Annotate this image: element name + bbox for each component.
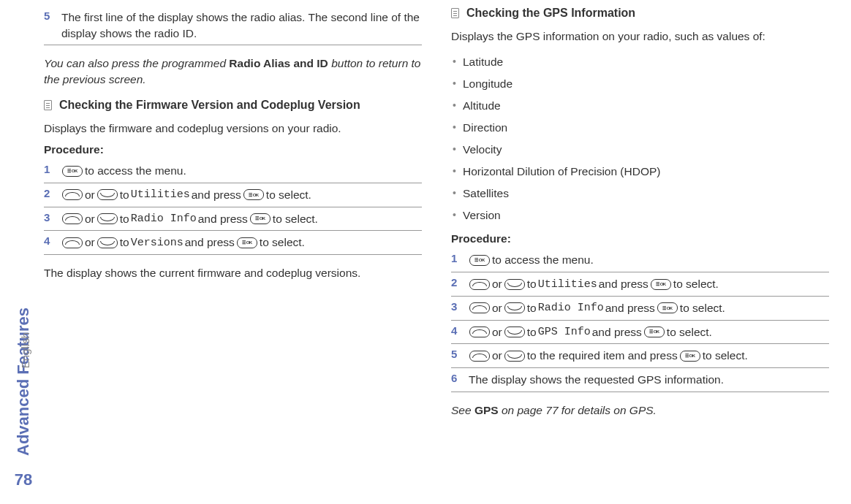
step-row: 5 or to the required item and press to s… — [451, 344, 829, 368]
ok-button-icon — [680, 351, 700, 362]
procedure-label: Procedure: — [451, 232, 829, 245]
menu-item: GPS Info — [538, 324, 591, 340]
up-button-icon — [469, 327, 490, 337]
step-text: or to Utilities and press to select. — [469, 276, 719, 292]
txt: or — [85, 187, 95, 203]
step-number: 2 — [44, 187, 54, 199]
list-item: Satellites — [451, 183, 829, 205]
intro-text: Displays the firmware and codeplug versi… — [44, 121, 422, 137]
txt: to — [527, 276, 537, 292]
txt: to the required item and press — [527, 348, 678, 364]
page-number: 78 — [15, 470, 32, 489]
up-button-icon — [469, 279, 490, 290]
step-text: to access the menu. — [469, 252, 594, 268]
section-header: Checking the Firmware Version and Codepl… — [44, 98, 422, 113]
down-button-icon — [97, 189, 118, 200]
step-row: 1 to access the menu. — [451, 248, 829, 272]
txt: and press — [185, 234, 235, 251]
step-row: 6 The display shows the requested GPS in… — [451, 368, 829, 392]
footnote-post: on page 77 for details on GPS. — [499, 404, 657, 416]
ok-button-icon — [657, 302, 678, 313]
result-text: The display shows the current firmware a… — [44, 265, 422, 281]
txt: and press — [198, 211, 248, 227]
ok-button-icon — [62, 166, 83, 177]
txt: to — [527, 300, 537, 316]
ok-button-icon — [651, 279, 671, 290]
procedure-steps: 1 to access the menu. 2 or to Utilities … — [44, 159, 422, 255]
procedure-label: Procedure: — [44, 143, 422, 156]
step-text: The first line of the display shows the … — [61, 9, 422, 41]
step-text: or to Radio Info and press to select. — [469, 300, 725, 316]
document-icon — [44, 100, 52, 110]
note-bold: Radio Alias and ID — [229, 57, 328, 69]
txt: to access the menu. — [85, 163, 186, 179]
txt: or — [85, 211, 95, 227]
document-icon — [451, 8, 459, 18]
list-item: Velocity — [451, 139, 829, 161]
sidebar: Advanced Features 78 — [9, 0, 38, 504]
bullet-list: Latitude Longitude Altitude Direction Ve… — [451, 51, 829, 226]
txt: and press — [605, 300, 655, 316]
list-item: Direction — [451, 117, 829, 139]
step-text: or to Versions and press to select. — [61, 234, 305, 251]
ok-button-icon — [469, 255, 490, 266]
list-item: Latitude — [451, 51, 829, 73]
down-button-icon — [97, 237, 118, 248]
list-item: Version — [451, 205, 829, 226]
step-number: 3 — [451, 300, 461, 313]
step-text: or to Utilities and press to select. — [61, 187, 311, 203]
txt: or — [492, 300, 502, 316]
step-text: or to the required item and press to sel… — [469, 348, 748, 364]
txt: and press — [192, 187, 241, 203]
menu-item: Utilities — [131, 187, 190, 202]
down-button-icon — [504, 302, 525, 313]
step-row: 3 or to Radio Info and press to select. — [44, 207, 422, 232]
step-number: 2 — [451, 276, 461, 289]
step-number: 1 — [44, 163, 54, 175]
down-button-icon — [504, 279, 525, 290]
txt: or — [492, 348, 502, 364]
txt: to — [120, 234, 129, 251]
step-row: 2 or to Utilities and press to select. — [44, 183, 422, 207]
step-number: 1 — [451, 252, 461, 264]
section-title: Checking the GPS Information — [466, 6, 635, 21]
down-button-icon — [504, 327, 525, 337]
txt: to select. — [673, 276, 719, 292]
txt: to select. — [260, 234, 305, 251]
step-number: 4 — [44, 234, 54, 247]
section-title: Checking the Firmware Version and Codepl… — [59, 98, 360, 113]
step-row: 2 or to Utilities and press to select. — [451, 272, 829, 297]
ok-button-icon — [644, 327, 665, 337]
footnote: See GPS on page 77 for details on GPS. — [451, 402, 829, 419]
step-row: 4 or to GPS Info and press to select. — [451, 321, 829, 345]
txt: to access the menu. — [492, 252, 594, 268]
procedure-steps: 1 to access the menu. 2 or to Utilities … — [451, 248, 829, 392]
list-item: Horizontal Dilution of Precision (HDOP) — [451, 161, 829, 183]
note-text: You can also press the programmed Radio … — [44, 56, 422, 87]
ok-button-icon — [243, 189, 264, 200]
language-label: English — [19, 332, 31, 368]
footnote-pre: See — [451, 404, 474, 416]
menu-item: Utilities — [538, 277, 597, 292]
txt: to select. — [703, 348, 748, 364]
list-item: Longitude — [451, 73, 829, 95]
down-button-icon — [97, 213, 118, 224]
section-header: Checking the GPS Information — [451, 6, 829, 21]
step-row: 1 to access the menu. — [44, 159, 422, 183]
step-number: 5 — [451, 348, 461, 360]
txt: or — [85, 234, 95, 251]
ok-button-icon — [237, 237, 257, 248]
step-row: 5 The first line of the display shows th… — [44, 6, 422, 45]
txt: or — [492, 276, 502, 292]
left-column: 5 The first line of the display shows th… — [44, 6, 422, 428]
txt: to select. — [680, 300, 725, 316]
menu-item: Radio Info — [131, 211, 197, 226]
list-item: Altitude — [451, 95, 829, 117]
step-number: 3 — [44, 211, 54, 224]
step-row: 4 or to Versions and press to select. — [44, 231, 422, 255]
txt: or — [492, 324, 502, 340]
note-pre: You can also press the programmed — [44, 57, 229, 69]
step-number: 5 — [44, 9, 54, 22]
step-text: or to Radio Info and press to select. — [61, 211, 318, 227]
up-button-icon — [469, 302, 490, 313]
